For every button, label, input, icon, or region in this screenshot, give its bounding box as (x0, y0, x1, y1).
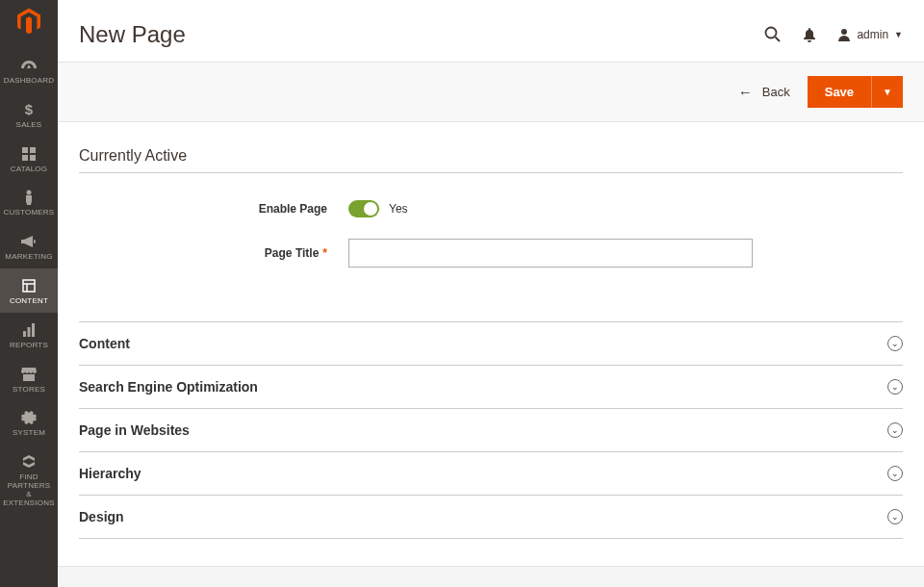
enable-page-toggle[interactable] (348, 200, 379, 217)
sidebar: DASHBOARD $ SALES CATALOG CUSTOMERS MARK… (0, 0, 58, 587)
gear-icon (21, 409, 37, 426)
sidebar-item-extensions[interactable]: FIND PARTNERS & EXTENSIONS (0, 445, 58, 514)
page-title: New Page (79, 21, 186, 48)
svg-rect-4 (30, 155, 36, 161)
sidebar-item-label: DASHBOARD (4, 77, 54, 86)
section-seo[interactable]: Search Engine Optimization ⌄ (79, 366, 903, 409)
toggle-state-text: Yes (389, 202, 408, 216)
sidebar-item-reports[interactable]: REPORTS (0, 313, 58, 357)
sidebar-item-stores[interactable]: STORES (0, 357, 58, 401)
enable-page-label: Enable Page (79, 202, 348, 216)
svg-rect-3 (22, 155, 28, 161)
sidebar-item-label: REPORTS (10, 342, 48, 350)
caret-down-icon: ▼ (894, 30, 903, 39)
megaphone-icon (21, 233, 37, 250)
sidebar-item-label: CATALOG (11, 166, 47, 174)
sidebar-item-label: FIND PARTNERS & EXTENSIONS (0, 473, 58, 507)
page-title-label: Page Title* (79, 246, 348, 260)
svg-point-5 (27, 191, 32, 195)
svg-text:$: $ (25, 102, 34, 117)
dollar-icon: $ (23, 101, 35, 118)
back-button[interactable]: ← Back (738, 84, 790, 100)
magento-logo[interactable] (12, 4, 46, 38)
svg-point-14 (841, 29, 847, 35)
page-title-input[interactable] (348, 239, 753, 268)
section-hierarchy[interactable]: Hierarchy ⌄ (79, 452, 903, 496)
svg-rect-10 (28, 327, 31, 337)
sidebar-item-dashboard[interactable]: DASHBOARD (0, 48, 58, 92)
main-content: New Page admin ▼ ← (58, 0, 924, 587)
notifications-icon[interactable] (803, 27, 816, 42)
sidebar-item-system[interactable]: SYSTEM (0, 400, 58, 445)
sidebar-item-sales[interactable]: $ SALES (0, 92, 58, 137)
section-title: Currently Active (79, 122, 903, 173)
arrow-left-icon: ← (738, 84, 753, 100)
back-label: Back (762, 85, 790, 99)
section-label: Page in Websites (79, 422, 190, 438)
sidebar-item-label: CUSTOMERS (4, 209, 55, 217)
sidebar-item-label: SYSTEM (13, 429, 45, 438)
extensions-icon (21, 453, 37, 471)
search-icon[interactable] (764, 26, 782, 43)
sidebar-item-label: STORES (13, 386, 45, 395)
save-button[interactable]: Save (808, 76, 871, 108)
user-name: admin (857, 28, 888, 41)
sidebar-item-label: SALES (16, 121, 42, 130)
svg-rect-6 (23, 280, 35, 292)
chevron-down-icon: ⌄ (887, 336, 903, 351)
footer: Copyright © 2020 Magento Commerce Inc. A… (58, 566, 924, 587)
sidebar-item-catalog[interactable]: CATALOG (0, 137, 58, 181)
section-label: Search Engine Optimization (79, 379, 258, 395)
sidebar-item-content[interactable]: CONTENT (0, 268, 58, 313)
chevron-down-icon: ⌄ (887, 422, 903, 438)
sidebar-item-marketing[interactable]: MARKETING (0, 224, 58, 268)
chevron-down-icon: ⌄ (887, 466, 903, 481)
section-content[interactable]: Content ⌄ (79, 321, 903, 366)
svg-rect-9 (23, 331, 26, 337)
svg-rect-2 (30, 147, 36, 153)
section-label: Design (79, 509, 124, 524)
sidebar-item-label: MARKETING (5, 253, 52, 262)
user-menu[interactable]: admin ▼ (837, 28, 903, 41)
sidebar-item-label: CONTENT (10, 297, 48, 306)
person-icon (24, 189, 34, 206)
svg-line-13 (776, 38, 781, 42)
svg-rect-1 (22, 147, 28, 153)
svg-rect-11 (32, 323, 35, 337)
section-label: Hierarchy (79, 466, 141, 481)
dashboard-icon (20, 57, 38, 74)
storefront-icon (21, 366, 37, 383)
section-label: Content (79, 336, 130, 351)
section-design[interactable]: Design ⌄ (79, 496, 903, 539)
svg-point-12 (766, 28, 777, 38)
user-icon (837, 28, 851, 41)
chevron-down-icon: ⌄ (887, 379, 903, 395)
action-bar: ← Back Save ▼ (58, 62, 924, 122)
chevron-down-icon: ⌄ (887, 509, 903, 524)
save-dropdown-button[interactable]: ▼ (871, 76, 903, 108)
grid-icon (22, 145, 36, 163)
bars-icon (22, 321, 36, 339)
layout-icon (22, 277, 36, 294)
section-page-in-websites[interactable]: Page in Websites ⌄ (79, 409, 903, 452)
sidebar-item-customers[interactable]: CUSTOMERS (0, 180, 58, 224)
